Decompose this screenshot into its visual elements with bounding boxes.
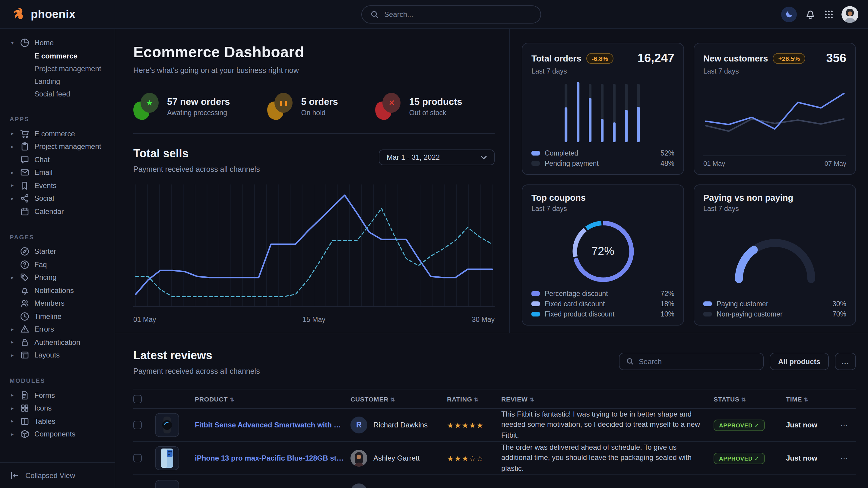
sidebar-subitem-e-commerce[interactable]: E commerce	[10, 50, 110, 62]
all-products-button[interactable]: All products	[770, 353, 829, 370]
sidebar-item-icons[interactable]: ▸Icons	[10, 402, 110, 415]
column-header-product[interactable]: PRODUCT⇅	[195, 395, 344, 402]
caret-right-icon: ▸	[10, 353, 15, 358]
sidebar-subitem-project-management[interactable]: Project management	[10, 62, 110, 75]
sidebar-section-label: APPS	[10, 116, 110, 122]
product-link[interactable]: iPhone 13 pro max-Pacific Blue-128GB sto…	[195, 454, 344, 462]
product-thumbnail[interactable]	[155, 446, 179, 470]
column-header-rating[interactable]: RATING⇅	[447, 395, 495, 402]
legend-row: Fixed card discount18%	[531, 300, 674, 307]
pause-badge-icon: ❚❚	[268, 93, 293, 120]
sidebar-item-components[interactable]: ▸Components	[10, 428, 110, 441]
sidebar-item-timeline[interactable]: ▸Timeline	[10, 310, 110, 323]
sidebar-item-starter[interactable]: ▸Starter	[10, 245, 110, 258]
avatar	[350, 483, 367, 488]
sidebar-item-label: Project management	[34, 142, 101, 151]
sidebar-item-members[interactable]: ▸Members	[10, 297, 110, 310]
stat-caption: Out of stock	[409, 109, 462, 116]
legend-value: 10%	[660, 311, 674, 318]
legend-row: Percentage discount72%	[531, 290, 674, 297]
paying-gauge-chart	[703, 212, 846, 300]
collapse-view-button[interactable]: Collapsed View	[0, 462, 115, 488]
apps-menu-button[interactable]	[824, 9, 834, 19]
sidebar-item-label: Social	[34, 194, 54, 203]
product-thumbnail[interactable]	[155, 413, 179, 437]
sidebar-subitem-landing[interactable]: Landing	[10, 75, 110, 88]
sidebar-item-layouts[interactable]: ▸Layouts	[10, 349, 110, 362]
sidebar-item-events[interactable]: ▸Events	[10, 179, 110, 192]
date-range-select[interactable]: Mar 1 - 31, 2022	[379, 150, 495, 165]
divider	[133, 133, 495, 134]
reviews-search-input[interactable]	[639, 357, 756, 366]
sidebar-item-label: Calendar	[34, 207, 64, 216]
clipboard-icon	[20, 142, 30, 152]
sidebar-item-e-commerce[interactable]: ▸E commerce	[10, 127, 110, 140]
total-sells-x-labels: 01 May 15 May 30 May	[133, 316, 495, 323]
row-checkbox[interactable]	[133, 421, 142, 429]
reviews-subtitle: Payment received across all channels	[133, 367, 260, 376]
paying-legend: Paying customer30%Non-paying customer70%	[703, 300, 846, 318]
sidebar-subitem-social-feed[interactable]: Social feed	[10, 88, 110, 100]
column-header-customer[interactable]: CUSTOMER⇅	[350, 395, 441, 402]
row-more-icon[interactable]: ⋯	[840, 454, 856, 463]
sidebar-item-home[interactable]: ▾ Home	[10, 36, 110, 50]
sidebar-item-calendar[interactable]: ▸Calendar	[10, 205, 110, 218]
warning-icon	[20, 325, 30, 334]
sidebar-item-pricing[interactable]: ▸Pricing	[10, 271, 110, 284]
column-header-time[interactable]: TIME⇅	[786, 395, 834, 402]
sidebar-item-tables[interactable]: ▸Tables	[10, 415, 110, 428]
sidebar-item-forms[interactable]: ▸Forms	[10, 389, 110, 402]
customer-name: Richard Dawkins	[373, 421, 428, 429]
sidebar-item-notifications[interactable]: ▸Notifications	[10, 284, 110, 297]
reviews-search[interactable]	[619, 353, 764, 370]
caret-right-icon: ▸	[10, 340, 15, 345]
cart-icon	[20, 129, 30, 139]
column-header-status[interactable]: STATUS⇅	[714, 395, 780, 402]
total-sells-subtitle: Payment received across all channels	[133, 165, 260, 174]
sidebar-item-faq[interactable]: ▸Faq	[10, 258, 110, 271]
more-options-button[interactable]: ...	[835, 353, 856, 370]
table-row	[133, 475, 856, 488]
product-link[interactable]: Fitbit Sense Advanced Smartwatch with To…	[195, 421, 344, 429]
card-title: Top coupons	[531, 193, 586, 202]
sidebar-item-label: E commerce	[34, 130, 75, 138]
sidebar-item-social[interactable]: ▸Social	[10, 192, 110, 205]
search-input[interactable]	[384, 10, 532, 19]
question-icon	[20, 260, 30, 269]
x-label: 15 May	[303, 316, 325, 323]
stat-caption: Awating processing	[167, 109, 230, 116]
legend-label: Fixed card discount	[545, 300, 605, 307]
product-thumbnail	[155, 480, 179, 488]
global-search[interactable]	[361, 5, 541, 24]
user-avatar[interactable]	[841, 6, 858, 23]
main-content: Ecommerce Dashboard Here's what's going …	[115, 29, 868, 488]
sort-icon: ⇅	[229, 396, 234, 402]
clock-icon	[20, 312, 30, 321]
review-time: Just now	[786, 454, 834, 462]
notifications-button[interactable]	[805, 8, 816, 20]
bell-icon	[805, 8, 816, 20]
search-icon	[626, 357, 634, 365]
users-icon	[20, 299, 30, 308]
card-title: Paying vs non paying	[703, 193, 793, 202]
envelope-icon	[20, 168, 30, 177]
page-title: Ecommerce Dashboard	[133, 43, 495, 61]
brand[interactable]: phoenix	[10, 6, 76, 22]
select-all-checkbox[interactable]	[133, 395, 142, 403]
rating-stars: ★★★★★	[447, 421, 495, 429]
row-checkbox[interactable]	[133, 454, 142, 462]
latest-reviews-section: Latest reviews Payment received across a…	[115, 333, 868, 488]
sidebar-item-authentication[interactable]: ▸Authentication	[10, 336, 110, 349]
sidebar-item-email[interactable]: ▸Email	[10, 166, 110, 179]
sidebar-item-project-management[interactable]: ▸Project management	[10, 140, 110, 153]
tag-icon	[20, 273, 30, 283]
row-more-icon[interactable]: ⋯	[840, 421, 856, 429]
total-sells-chart	[133, 183, 495, 311]
chat-icon	[20, 155, 30, 165]
column-header-review[interactable]: REVIEW⇅	[501, 395, 708, 402]
caret-right-icon: ▸	[10, 144, 15, 150]
sidebar-item-errors[interactable]: ▸Errors	[10, 323, 110, 336]
caret-down-icon: ▾	[10, 40, 15, 45]
theme-toggle-button[interactable]	[781, 6, 797, 22]
sidebar-item-chat[interactable]: ▸Chat	[10, 153, 110, 166]
